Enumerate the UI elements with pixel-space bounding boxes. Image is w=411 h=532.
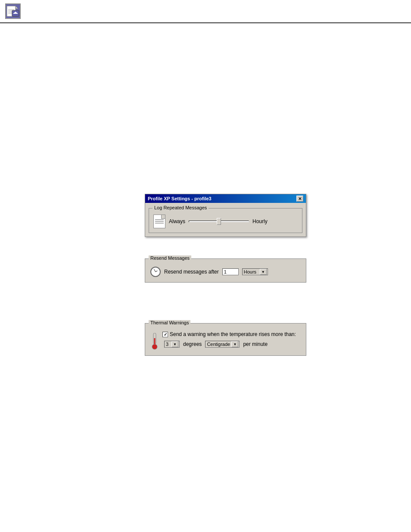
dialog-content: Log Repeated Messages Always Hourly: [145, 203, 306, 236]
thermal-warning-text: Send a warning when the temperature rise…: [170, 331, 296, 337]
resend-messages-group: Resend Messages Resend messages after Ho…: [145, 258, 306, 283]
slider-thumb[interactable]: [217, 218, 221, 225]
thermal-warning-checkbox[interactable]: [162, 332, 168, 337]
log-repeated-messages-label: Log Repeated Messages: [153, 205, 209, 210]
degrees-dropdown-arrow-icon: ▼: [171, 341, 178, 347]
dialog-titlebar: Profile XP Settings - profile3 ✕: [145, 194, 306, 203]
dialog-close-button[interactable]: ✕: [296, 196, 303, 202]
degrees-label: degrees: [183, 341, 202, 347]
clock-icon: [150, 267, 161, 277]
app-logo: [5, 3, 21, 19]
thermal-warnings-label: Thermal Warnings: [149, 320, 190, 325]
resend-row-label: Resend messages after: [164, 269, 219, 275]
svg-rect-10: [154, 338, 156, 344]
profile-xp-settings-dialog: Profile XP Settings - profile3 ✕ Log Rep…: [145, 194, 306, 237]
degrees-value: 3: [166, 342, 168, 347]
thermal-warnings-group: Thermal Warnings Send a warning when the…: [145, 323, 306, 356]
dropdown-arrow-icon: ▼: [260, 269, 267, 275]
resend-unit-dropdown[interactable]: Hours ▼: [242, 268, 268, 275]
thermal-warning-checkbox-row: Send a warning when the temperature rise…: [162, 331, 301, 337]
unit-dropdown[interactable]: Centigrade ▼: [205, 341, 240, 348]
per-minute-label: per minute: [243, 341, 268, 347]
degrees-value-dropdown[interactable]: 3 ▼: [164, 341, 180, 348]
unit-value: Centigrade: [207, 342, 230, 347]
svg-point-11: [152, 344, 157, 349]
log-frequency-slider[interactable]: [189, 221, 249, 222]
header: [0, 0, 411, 23]
document-icon: [153, 215, 165, 228]
resend-value-input[interactable]: [222, 268, 239, 275]
log-repeated-messages-group: Log Repeated Messages Always Hourly: [149, 208, 302, 233]
resend-unit-value: Hours: [244, 269, 256, 274]
slider-right-label: Hourly: [252, 218, 268, 224]
dialog-title: Profile XP Settings - profile3: [148, 196, 212, 201]
thermometer-icon: [150, 333, 159, 350]
unit-dropdown-arrow-icon: ▼: [231, 341, 238, 347]
slider-left-label: Always: [169, 218, 185, 224]
resend-messages-label: Resend Messages: [149, 255, 191, 261]
